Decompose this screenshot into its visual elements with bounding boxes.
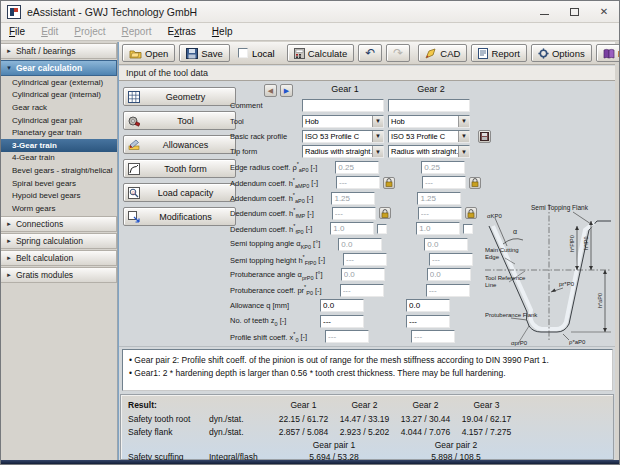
minimize-button[interactable] xyxy=(529,1,559,22)
sidebar-section-gratis-modules[interactable]: ►Gratis modules xyxy=(1,267,117,283)
close-button[interactable]: ✕ xyxy=(589,1,619,22)
main-cutting-edge-label-1: Main Cutting xyxy=(485,247,519,253)
tooth-form-icon xyxy=(128,163,140,175)
options-gear-icon xyxy=(538,48,549,59)
lock-icon[interactable] xyxy=(383,177,395,189)
field-label: Profile shift coeff. x*0[-] xyxy=(230,331,307,343)
sidebar-item-cylindrical-gear-pair[interactable]: Cylindrical gear pair xyxy=(1,114,117,127)
sidebar-section-connections[interactable]: ►Connections xyxy=(1,216,117,232)
semi-topping-height-input-gear1 xyxy=(343,253,387,266)
calculate-button[interactable]: Calculate xyxy=(287,44,355,62)
field-label: Tool xyxy=(230,117,302,126)
tab-tooth-form[interactable]: Tooth form xyxy=(123,159,236,178)
chevron-right-icon: ► xyxy=(6,255,12,261)
alpha-prp0-label: αprP0 xyxy=(511,340,528,346)
sidebar-section-gear-calculation[interactable]: ▼Gear calculation xyxy=(1,60,117,76)
tab-tool[interactable]: Tool xyxy=(123,111,236,130)
open-folder-icon xyxy=(129,48,142,59)
sidebar-item-3-gear-train[interactable]: 3-Gear train xyxy=(1,139,117,152)
sidebar: ►Shaft / bearings ▼Gear calculation Cyli… xyxy=(1,42,118,462)
sidebar-item-cylindrical-gear-internal[interactable]: Cylindrical gear (internal) xyxy=(1,89,117,102)
result-row-tooth-root: Safety tooth root dyn./stat. 22.15 / 61.… xyxy=(121,412,613,425)
undo-icon: ↶ xyxy=(365,48,375,58)
save-button[interactable]: Save xyxy=(179,44,230,62)
teeth-count-input-gear2[interactable] xyxy=(406,315,450,328)
sidebar-item-cylindrical-gear-external[interactable]: Cylindrical gear (external) xyxy=(1,76,117,89)
sidebar-item-bevel-gears[interactable]: Bevel gears - straight/helical xyxy=(1,164,117,177)
load-capacity-magnifier-icon: Q xyxy=(128,187,140,199)
dedendum-fp0-checkbox-gear2[interactable] xyxy=(463,224,473,234)
rack-profile-save-button[interactable] xyxy=(478,130,491,143)
addendum-amp0-input-gear2 xyxy=(422,176,466,189)
menubar: File Edit Project Report Extras Help xyxy=(1,23,619,41)
allowances-pencil-icon xyxy=(128,139,140,151)
allowance-input-gear1[interactable] xyxy=(320,299,364,312)
menu-help[interactable]: Help xyxy=(204,23,241,40)
lock-icon[interactable] xyxy=(379,207,391,219)
chevron-down-icon: ▼ xyxy=(372,146,383,157)
row-protuberance-angle: Protuberance angle αprP0[°] xyxy=(230,267,494,282)
sidebar-section-spring-calculation[interactable]: ►Spring calculation xyxy=(1,233,117,249)
modifications-icon xyxy=(128,211,140,223)
sidebar-section-shaft-bearings[interactable]: ►Shaft / bearings xyxy=(1,43,117,59)
rack-profile-select-gear2[interactable]: ISO 53 Profile C▼ xyxy=(388,130,470,143)
tip-form-select-gear2[interactable]: Radius with straight...▼ xyxy=(388,145,470,158)
report-button[interactable]: Report xyxy=(471,44,527,62)
field-label: Semi topping height h*FfP0[-] xyxy=(230,254,325,266)
addendum-amp0-input-gear1 xyxy=(336,176,380,189)
local-checkbox[interactable] xyxy=(238,48,248,58)
protuberance-flank-label: Protuberance Flank xyxy=(485,312,538,318)
sidebar-item-gear-rack[interactable]: Gear rack xyxy=(1,101,117,114)
dedendum-fp0-checkbox-gear1[interactable] xyxy=(377,224,387,234)
chevron-right-icon: ► xyxy=(6,272,12,278)
menu-file[interactable]: File xyxy=(1,23,33,40)
lock-icon[interactable] xyxy=(469,177,481,189)
sidebar-item-worm-gears[interactable]: Worm gears xyxy=(1,202,117,215)
help-button[interactable]: Help xyxy=(596,44,620,62)
lock-icon[interactable] xyxy=(465,207,477,219)
teeth-count-input-gear1[interactable] xyxy=(320,315,364,328)
svg-text:Q: Q xyxy=(132,189,135,194)
tool-reference-line-label-1: Tool Reference xyxy=(485,275,526,281)
chevron-down-icon: ▼ xyxy=(458,116,469,127)
local-checkbox-group: Local xyxy=(234,48,279,59)
comment-input-gear1[interactable] xyxy=(302,99,384,112)
tab-geometry[interactable]: Geometry xyxy=(123,87,236,106)
results-panel: Result: Gear 1 Gear 2 Gear 2 Gear 3 Safe… xyxy=(120,394,614,460)
field-label: Addendum coeff. h*aP0[-] xyxy=(230,192,313,204)
rack-profile-select-gear1[interactable]: ISO 53 Profile C▼ xyxy=(302,130,384,143)
tab-modifications[interactable]: Modifications xyxy=(123,207,236,226)
sidebar-section-belt-calculation[interactable]: ►Belt calculation xyxy=(1,250,117,266)
maximize-button[interactable] xyxy=(559,1,589,22)
menu-extras[interactable]: Extras xyxy=(160,23,204,40)
semi-topping-height-input-gear2 xyxy=(429,253,473,266)
menu-edit: Edit xyxy=(33,23,66,40)
sidebar-item-hypoid-bevel-gears[interactable]: Hypoid bevel gears xyxy=(1,189,117,202)
tool-select-gear1[interactable]: Hob▼ xyxy=(302,115,384,128)
undo-button[interactable]: ↶ xyxy=(358,44,382,62)
row-dedendum-fp0: Dedendum coeff. h*fP0[-] xyxy=(230,221,494,236)
sidebar-item-4-gear-train[interactable]: 4-Gear train xyxy=(1,152,117,165)
tab-allowances[interactable]: Allowances xyxy=(123,135,236,154)
cad-button[interactable]: CAD xyxy=(418,44,467,62)
open-button[interactable]: Open xyxy=(122,44,175,62)
field-label: Protuberance angle αprP0[°] xyxy=(230,270,323,281)
profile-shift-input-gear2 xyxy=(411,330,455,343)
row-edge-radius: Edge radius coeff. ρ*aP0[-] xyxy=(230,160,494,175)
sidebar-item-planetary-gear-train[interactable]: Planetary gear train xyxy=(1,126,117,139)
allowance-input-gear2[interactable] xyxy=(406,299,450,312)
row-no-of-teeth: No. of teeth z0[-] xyxy=(230,313,494,328)
tool-select-gear2[interactable]: Hob▼ xyxy=(388,115,470,128)
protuberance-coeff-input-gear1 xyxy=(340,284,384,297)
comment-input-gear2[interactable] xyxy=(388,99,470,112)
gear-pair-2-header: Gear pair 2 xyxy=(395,440,517,450)
next-gear-button[interactable]: ▶ xyxy=(280,84,293,97)
sidebar-item-spiral-bevel-gears[interactable]: Spiral bevel gears xyxy=(1,177,117,190)
field-label: Allowance q[mm] xyxy=(230,301,302,310)
tab-load-capacity[interactable]: Q Load capacity xyxy=(123,183,236,202)
prev-gear-button[interactable]: ◀ xyxy=(264,84,277,97)
tip-form-select-gear1[interactable]: Radius with straight...▼ xyxy=(302,145,384,158)
main-cutting-edge-label-2: Edge xyxy=(485,254,500,260)
options-button[interactable]: Options xyxy=(531,44,592,62)
tool-profile-diagram: Semi Topping Flank α αKP0 Main Cutting E… xyxy=(485,174,613,346)
